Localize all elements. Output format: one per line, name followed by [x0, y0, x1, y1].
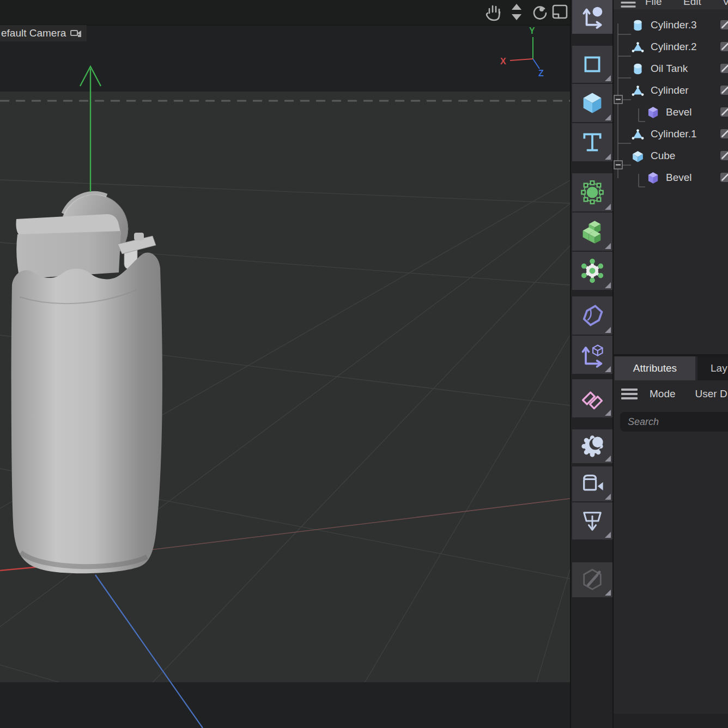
edit-toggle[interactable]	[720, 64, 728, 73]
right-panel: File Edit V Cylinder.3Cylinder.2Oil Tank…	[612, 0, 728, 728]
om-menu-hamburger-icon[interactable]	[620, 1, 636, 9]
user-data-menu[interactable]: User D	[695, 388, 727, 400]
oiltank-icon	[631, 62, 645, 76]
edit-toggle[interactable]	[720, 86, 728, 95]
safe-frame-bottom-band	[0, 682, 570, 728]
camera-object-button[interactable]	[572, 466, 612, 501]
object-label: Cylinder	[651, 80, 689, 101]
gizmo-z-label: Z	[538, 69, 544, 78]
object-row[interactable]: Bevel	[614, 167, 728, 189]
om-menu-edit[interactable]: Edit	[683, 0, 701, 8]
object-label: Cylinder.3	[651, 14, 697, 36]
tab-attributes[interactable]: Attributes	[615, 356, 695, 380]
om-menu-file[interactable]: File	[645, 0, 662, 8]
generator-gear-icon	[579, 258, 605, 284]
om-menu-view[interactable]: V	[723, 0, 728, 8]
object-manager-menubar: File Edit V	[614, 0, 728, 9]
spline-rectangle-button[interactable]	[572, 46, 612, 83]
object-row[interactable]: Cylinder.3	[614, 14, 728, 36]
mograph-cloner-button[interactable]	[572, 379, 612, 417]
attributes-modebar: Mode User D	[614, 380, 728, 408]
object-row[interactable]: Cylinder.1	[614, 123, 728, 145]
attributes-menu-icon[interactable]	[621, 389, 638, 399]
object-row[interactable]: Bevel	[614, 101, 728, 123]
spline-rectangle-icon	[580, 52, 605, 77]
spline-modifier-button[interactable]	[572, 296, 612, 335]
cube-icon	[631, 149, 645, 163]
object-label: Cylinder.1	[651, 123, 697, 145]
object-label: Cylinder.2	[651, 36, 697, 58]
camera-label-text: efault Camera	[1, 25, 66, 41]
floor-stage-icon	[579, 508, 605, 534]
edit-toggle[interactable]	[720, 42, 728, 51]
text-tool-icon	[580, 130, 605, 155]
attributes-tabbar: Attributes Lay	[614, 356, 728, 380]
mode-menu[interactable]: Mode	[650, 388, 676, 400]
subdivision-surface-button[interactable]	[572, 173, 612, 211]
object-row[interactable]: Cube	[614, 145, 728, 167]
object-tree: Cylinder.3Cylinder.2Oil TankCylinderBeve…	[614, 9, 728, 195]
viewport-3d[interactable]: Y X Z	[0, 0, 570, 728]
object-label: Oil Tank	[651, 58, 688, 80]
gizmo-x-label: X	[500, 57, 506, 66]
edit-material-button[interactable]	[572, 562, 612, 597]
object-row[interactable]: Cylinder.2	[614, 36, 728, 58]
object-label: Bevel	[666, 101, 692, 123]
viewport-topbar-strip	[0, 0, 570, 25]
edit-toggle[interactable]	[720, 129, 728, 138]
viewport-scene: Y X Z	[0, 0, 570, 728]
polygon-icon	[631, 128, 645, 141]
tab-layers[interactable]: Lay	[697, 356, 728, 380]
camera-object-icon	[579, 471, 605, 497]
edit-toggle[interactable]	[720, 151, 728, 160]
app-window: Y X Z	[0, 0, 728, 728]
edit-toggle[interactable]	[720, 173, 728, 182]
cube-primitive-button[interactable]	[572, 84, 612, 122]
object-row[interactable]: Oil Tank	[614, 58, 728, 80]
bevel-icon	[646, 171, 660, 185]
volume-generator-icon	[579, 219, 605, 245]
edit-material-icon	[579, 567, 605, 593]
object-row[interactable]: Cylinder	[614, 80, 728, 101]
panel-bottom-shade	[614, 714, 728, 728]
mograph-cloner-icon	[579, 385, 605, 411]
cube-primitive-icon	[579, 90, 605, 116]
object-label: Bevel	[666, 167, 692, 189]
floor-stage-button[interactable]	[572, 502, 612, 539]
search-input[interactable]	[620, 412, 728, 432]
edit-toggle[interactable]	[720, 20, 728, 29]
edit-toggle[interactable]	[720, 107, 728, 117]
spline-modifier-icon	[579, 302, 605, 329]
object-label: Cube	[651, 145, 675, 167]
subdivision-surface-icon	[579, 179, 605, 205]
deformer-icon	[579, 342, 605, 368]
camera-tag-icon	[70, 28, 82, 38]
light-object-icon	[579, 433, 605, 459]
deformer-button[interactable]	[572, 336, 612, 374]
cylinder-icon	[631, 19, 645, 32]
generator-gear-button[interactable]	[572, 252, 612, 290]
polygon-icon	[631, 84, 645, 98]
polygon-icon	[631, 40, 645, 54]
move-tool-icon	[580, 4, 605, 29]
light-object-button[interactable]	[572, 429, 612, 463]
left-toolbar	[570, 0, 614, 728]
text-tool-button[interactable]	[572, 123, 612, 161]
bevel-icon	[646, 106, 660, 119]
gizmo-y-label: Y	[529, 26, 535, 35]
volume-generator-button[interactable]	[572, 213, 612, 251]
move-tool-button[interactable]	[572, 0, 612, 34]
camera-label[interactable]: efault Camera	[0, 25, 87, 41]
